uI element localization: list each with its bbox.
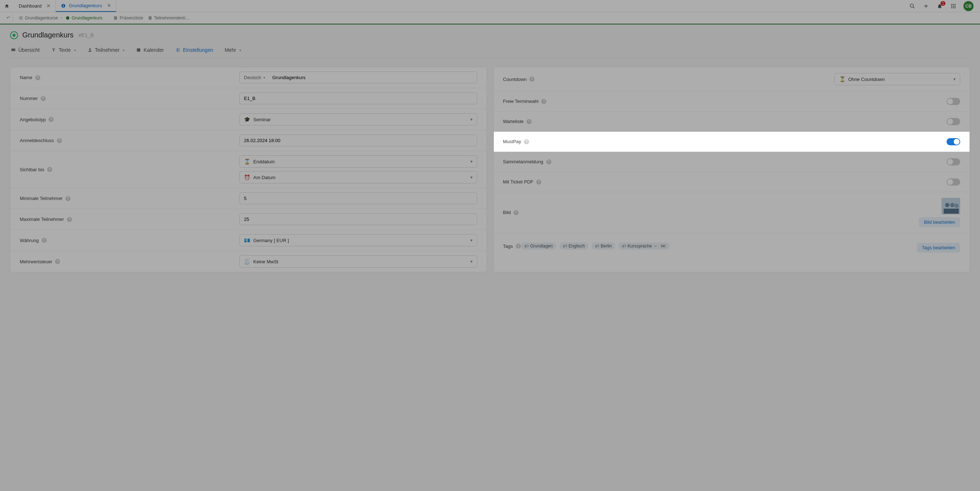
tag-chip-lang[interactable]: 🏷Kurssprache →DE bbox=[618, 242, 670, 249]
group-registration-label: Sammelanmeldung bbox=[503, 159, 543, 164]
edit-image-button[interactable]: Bild bearbeiten bbox=[919, 217, 960, 227]
edit-tags-button[interactable]: Tags bearbeiten bbox=[917, 243, 960, 253]
number-input-wrap bbox=[239, 92, 477, 104]
svg-rect-3 bbox=[951, 4, 952, 5]
min-participants-wrap bbox=[239, 192, 477, 204]
waitlist-toggle[interactable] bbox=[947, 118, 960, 125]
offer-type-select[interactable]: 🎓 Seminar bbox=[239, 113, 477, 126]
currency-select[interactable]: 💶 Germany [ EUR ] bbox=[239, 234, 477, 246]
seminar-icon: 🎓 bbox=[244, 116, 250, 122]
help-icon[interactable]: ? bbox=[541, 99, 546, 104]
svg-rect-11 bbox=[955, 7, 956, 8]
tab-texts[interactable]: Texte ▾ bbox=[50, 44, 76, 58]
min-participants-field[interactable] bbox=[244, 196, 473, 201]
add-icon[interactable] bbox=[923, 3, 930, 10]
svg-point-15 bbox=[66, 16, 69, 19]
left-panel: Name ? Deutsch ▾ Nummer ? bbox=[10, 67, 487, 272]
back-icon[interactable]: ↶ bbox=[3, 14, 13, 22]
avatar[interactable]: CB bbox=[963, 1, 974, 11]
row-visible-until: Sichtbar bis ? ⌛ Enddatum ⏰ Am Datum bbox=[10, 151, 487, 188]
help-icon[interactable]: ? bbox=[516, 243, 521, 249]
right-panel: Countdown ? ⏳ Ohne Countdown Freie Termi… bbox=[493, 67, 970, 272]
currency-label: Währung bbox=[20, 238, 39, 243]
name-field[interactable] bbox=[272, 75, 473, 80]
help-icon[interactable]: ? bbox=[527, 119, 531, 124]
help-icon[interactable]: ? bbox=[546, 159, 551, 164]
number-field[interactable] bbox=[244, 96, 473, 101]
notification-badge: 1 bbox=[940, 1, 945, 6]
svg-rect-14 bbox=[19, 19, 22, 19]
visible-until-select-1[interactable]: ⌛ Enddatum bbox=[239, 156, 477, 168]
group-registration-toggle[interactable] bbox=[947, 158, 960, 165]
help-icon[interactable]: ? bbox=[65, 196, 70, 201]
chevron-right-icon: › bbox=[61, 16, 62, 21]
help-icon[interactable]: ? bbox=[530, 76, 535, 82]
course-image-thumbnail bbox=[942, 198, 960, 215]
course-icon bbox=[10, 31, 18, 39]
tab-more[interactable]: Mehr ▾ bbox=[224, 44, 242, 58]
svg-rect-7 bbox=[953, 5, 954, 6]
breadcrumb-presence[interactable]: Präsenzliste bbox=[111, 16, 144, 21]
help-icon[interactable]: ? bbox=[47, 167, 52, 172]
svg-point-23 bbox=[177, 49, 178, 51]
breadcrumb-course[interactable]: Grundlagenkurs bbox=[64, 16, 103, 21]
bell-icon[interactable]: 1 bbox=[936, 3, 943, 10]
tag-chip[interactable]: 🏷Englisch bbox=[559, 242, 589, 249]
help-icon[interactable]: ? bbox=[514, 210, 519, 215]
help-icon[interactable]: ? bbox=[41, 96, 46, 101]
tab-course[interactable]: Grundlagenkurs × bbox=[56, 0, 116, 12]
tag-icon: 🏷 bbox=[563, 244, 567, 248]
search-icon[interactable] bbox=[909, 3, 916, 10]
breadcrumb-root[interactable]: Grundlagenkurse bbox=[17, 16, 59, 21]
chevron-down-icon: ▾ bbox=[263, 76, 265, 79]
vat-select[interactable]: 🧾 Keine MwSt bbox=[239, 256, 477, 268]
countdown-select[interactable]: ⏳ Ohne Countdown bbox=[834, 73, 960, 85]
help-icon[interactable]: ? bbox=[55, 259, 60, 264]
home-icon[interactable] bbox=[0, 0, 14, 12]
language-selector[interactable]: Deutsch ▾ bbox=[244, 75, 265, 80]
tab-settings[interactable]: Einstellungen bbox=[175, 44, 214, 58]
tab-participants[interactable]: Teilnehmer ▾ bbox=[87, 44, 125, 58]
offer-type-label: Angebotstyp bbox=[20, 117, 46, 122]
tab-overview[interactable]: Übersicht bbox=[10, 44, 40, 58]
hourglass-icon: ⌛ bbox=[244, 159, 250, 164]
help-icon[interactable]: ? bbox=[67, 217, 72, 222]
svg-rect-13 bbox=[19, 17, 22, 18]
svg-point-1 bbox=[910, 4, 913, 7]
svg-rect-22 bbox=[137, 49, 140, 49]
breadcrumb: ↶ Grundlagenkurse › Grundlagenkurs Präse… bbox=[0, 12, 980, 24]
help-icon[interactable]: ? bbox=[42, 238, 47, 243]
tag-chip[interactable]: 🏷Berlin bbox=[591, 242, 616, 249]
svg-rect-4 bbox=[953, 4, 954, 5]
sand-clock-icon: ⏳ bbox=[839, 76, 845, 82]
close-icon[interactable]: × bbox=[107, 2, 111, 10]
help-icon[interactable]: ? bbox=[536, 180, 541, 184]
chevron-down-icon: ▾ bbox=[123, 48, 124, 52]
tab-dashboard[interactable]: Dashboard × bbox=[14, 0, 56, 12]
tags-label: Tags bbox=[503, 243, 513, 249]
svg-rect-10 bbox=[953, 7, 954, 8]
name-label: Name bbox=[20, 75, 32, 80]
apps-icon[interactable] bbox=[950, 3, 957, 10]
help-icon[interactable]: ? bbox=[35, 75, 40, 80]
help-icon[interactable]: ? bbox=[49, 117, 54, 122]
row-name: Name ? Deutsch ▾ bbox=[10, 67, 487, 88]
max-participants-field[interactable] bbox=[244, 216, 473, 222]
chevron-down-icon: ▾ bbox=[239, 48, 241, 52]
tag-chip[interactable]: 🏷Grundlagen bbox=[521, 242, 557, 249]
row-group-registration: Sammelanmeldung ? bbox=[494, 152, 970, 172]
help-icon[interactable]: ? bbox=[57, 138, 62, 143]
visible-until-select-2[interactable]: ⏰ Am Datum bbox=[239, 171, 477, 183]
mustpay-toggle[interactable] bbox=[947, 138, 960, 145]
breadcrumb-participants[interactable]: Teilnehmendenli… bbox=[146, 16, 191, 21]
close-icon[interactable]: × bbox=[47, 2, 51, 10]
svg-point-20 bbox=[89, 48, 91, 50]
row-free-date: Freie Terminwahl ? bbox=[494, 91, 970, 111]
deadline-field[interactable] bbox=[244, 138, 473, 143]
name-input[interactable]: Deutsch ▾ bbox=[239, 72, 477, 83]
help-icon[interactable]: ? bbox=[524, 139, 529, 144]
tab-calendar[interactable]: Kalender bbox=[135, 44, 164, 58]
free-date-label: Freie Terminwahl bbox=[503, 99, 539, 104]
ticket-pdf-toggle[interactable] bbox=[947, 178, 960, 186]
free-date-toggle[interactable] bbox=[947, 98, 960, 105]
